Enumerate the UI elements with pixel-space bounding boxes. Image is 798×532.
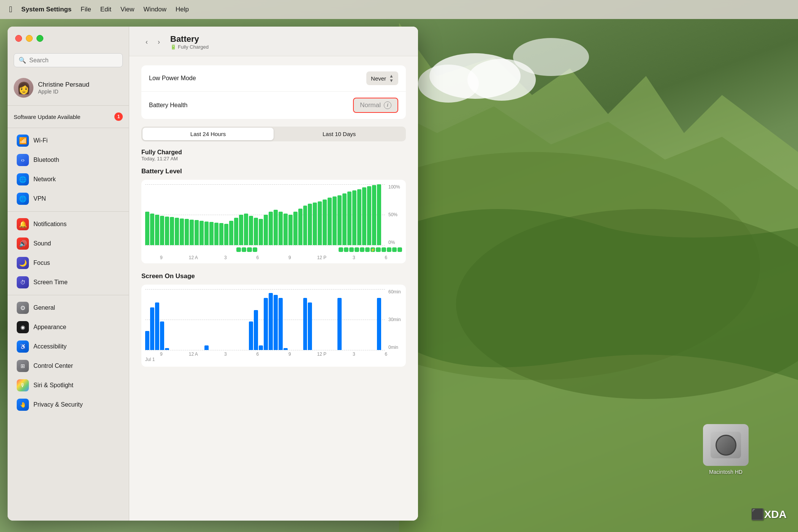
- title-area: Battery 🔋 Fully Charged: [170, 34, 209, 50]
- sidebar-item-general[interactable]: ⚙ General: [11, 298, 126, 317]
- sidebar-label-bluetooth: Bluetooth: [33, 157, 59, 163]
- charging-slot-35: [333, 247, 337, 252]
- user-profile[interactable]: 👩 Christine Persaud Apple ID: [8, 73, 129, 102]
- screen-usage-card: 60min 30min 0min: [141, 285, 406, 367]
- network-icon: 🌐: [17, 173, 29, 185]
- charging-slot-45: [387, 247, 391, 252]
- charging-slot-14: [220, 247, 225, 252]
- search-icon: 🔍: [19, 57, 26, 64]
- charging-slot-3: [161, 247, 166, 252]
- tab-10d[interactable]: Last 10 Days: [274, 128, 405, 140]
- battery-bar-20: [244, 214, 248, 245]
- battery-bar-23: [259, 219, 263, 245]
- sidebar-label-wifi: Wi-Fi: [33, 137, 48, 144]
- sidebar-label-privacy: Privacy & Security: [33, 401, 83, 408]
- battery-bar-26: [274, 210, 278, 245]
- appearance-icon: ◉: [17, 321, 29, 333]
- menu-help[interactable]: Help: [176, 6, 189, 13]
- charging-slot-9: [193, 247, 198, 252]
- sx-label-6a: 6: [242, 352, 274, 357]
- sidebar-item-vpn[interactable]: 🌐 VPN: [11, 189, 126, 208]
- charging-slot-7: [183, 247, 187, 252]
- x-label-3a: 3: [209, 255, 242, 260]
- charging-slot-13: [215, 247, 220, 252]
- sidebar-item-bluetooth[interactable]: ‹› Bluetooth: [11, 150, 126, 169]
- screen-usage-title: Screen On Usage: [141, 272, 406, 280]
- battery-bar-16: [224, 224, 228, 245]
- battery-bar-40: [342, 193, 347, 245]
- battery-health-box[interactable]: Normal i: [353, 98, 398, 113]
- screen-bar-26: [274, 295, 278, 350]
- user-subtitle: Apple ID: [38, 89, 89, 95]
- menu-edit[interactable]: Edit: [100, 6, 111, 13]
- menu-view[interactable]: View: [120, 6, 135, 13]
- menu-window[interactable]: Window: [144, 6, 166, 13]
- content-header: ‹ › Battery 🔋 Fully Charged: [129, 27, 418, 56]
- search-bar[interactable]: 🔍: [14, 53, 123, 67]
- charging-slot-34: [328, 247, 332, 252]
- battery-bar-7: [180, 218, 184, 245]
- wifi-icon: 📶: [17, 135, 29, 147]
- battery-bar-47: [377, 184, 381, 245]
- charged-time: Today, 11:27 AM: [141, 156, 406, 162]
- screen-bar-47: [377, 298, 381, 350]
- battery-bar-25: [269, 212, 273, 245]
- focus-icon: 🌙: [17, 257, 29, 269]
- sidebar-item-siri[interactable]: 🎙 Siri & Spotlight: [11, 376, 126, 395]
- battery-bar-2: [155, 215, 159, 245]
- x-label-9b: 9: [274, 255, 306, 260]
- sidebar-item-appearance[interactable]: ◉ Appearance: [11, 318, 126, 337]
- low-power-value: Never ▲▼: [366, 71, 398, 85]
- screentime-icon: ⏱: [17, 276, 29, 288]
- general-icon: ⚙: [17, 302, 29, 314]
- charging-slot-40: [360, 247, 364, 252]
- content-body: Low Power Mode Never ▲▼ Battery Health: [129, 56, 418, 385]
- sidebar-label-siri: Siri & Spotlight: [33, 382, 73, 389]
- battery-bar-5: [170, 217, 174, 245]
- avatar: 👩: [14, 78, 33, 98]
- back-button[interactable]: ‹: [141, 37, 152, 48]
- charging-slot-41: [365, 247, 370, 252]
- sidebar-item-sound[interactable]: 🔊 Sound: [11, 234, 126, 253]
- sidebar-item-privacy[interactable]: 🤚 Privacy & Security: [11, 395, 126, 414]
- low-power-label: Low Power Mode: [149, 75, 196, 82]
- battery-bar-36: [323, 200, 327, 245]
- sidebar-item-accessibility[interactable]: ♿ Accessibility: [11, 337, 126, 356]
- sx-label-3a: 3: [209, 352, 242, 357]
- info-icon[interactable]: i: [384, 101, 391, 109]
- battery-bar-13: [209, 222, 214, 245]
- tab-24h[interactable]: Last 24 Hours: [142, 128, 274, 140]
- maximize-button[interactable]: [36, 35, 43, 42]
- battery-health-value: Normal i: [353, 98, 398, 113]
- close-button[interactable]: [15, 35, 22, 42]
- sidebar-item-screentime[interactable]: ⏱ Screen Time: [11, 273, 126, 292]
- apple-menu[interactable]: : [9, 5, 12, 14]
- software-update-item[interactable]: Software Update Available 1: [8, 109, 129, 125]
- privacy-icon: 🤚: [17, 399, 29, 411]
- battery-bar-39: [337, 195, 342, 245]
- charging-slot-28: [296, 247, 300, 252]
- battery-bar-34: [313, 203, 317, 245]
- battery-bar-35: [318, 201, 322, 245]
- app-name[interactable]: System Settings: [21, 6, 71, 13]
- minimize-button[interactable]: [26, 35, 33, 42]
- search-input[interactable]: [29, 57, 118, 64]
- screen-bar-32: [303, 298, 307, 350]
- menu-file[interactable]: File: [81, 6, 91, 13]
- x-label-6p: 6: [370, 255, 402, 260]
- battery-bar-14: [214, 223, 218, 245]
- charging-slot-25: [279, 247, 284, 252]
- y-label-30min: 30min: [388, 317, 401, 322]
- sidebar-item-wifi[interactable]: 📶 Wi-Fi: [11, 131, 126, 150]
- desktop-icon-hd[interactable]: Macintosh HD: [703, 424, 749, 475]
- sidebar-item-focus[interactable]: 🌙 Focus: [11, 253, 126, 272]
- battery-bar-19: [239, 215, 243, 245]
- sidebar-item-notifications[interactable]: 🔔 Notifications: [11, 215, 126, 234]
- sidebar-item-control[interactable]: ⊞ Control Center: [11, 356, 126, 375]
- forward-button[interactable]: ›: [154, 37, 164, 48]
- low-power-stepper[interactable]: Never ▲▼: [366, 71, 398, 85]
- battery-bar-24: [264, 215, 268, 245]
- x-label-12p: 12 P: [306, 255, 338, 260]
- sidebar-item-network[interactable]: 🌐 Network: [11, 170, 126, 189]
- divider-3: [8, 211, 129, 212]
